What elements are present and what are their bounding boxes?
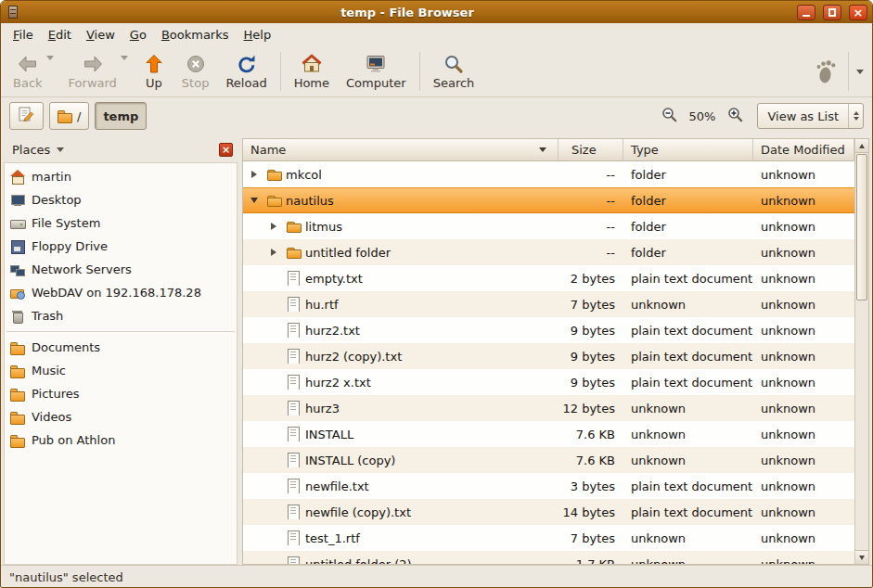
- sidebar-item-label: Documents: [32, 340, 100, 354]
- back-dropdown-arrow[interactable]: [46, 60, 55, 74]
- sidebar-item-label: Music: [32, 364, 66, 377]
- expander-icon[interactable]: [266, 245, 281, 260]
- places-selector-button[interactable]: Places: [6, 141, 71, 159]
- file-date-modified: unknown: [753, 272, 854, 286]
- file-name-cell: untitled folder (2): [243, 556, 558, 565]
- sidebar-item-music[interactable]: Music: [5, 359, 237, 382]
- sidebar-item-trash[interactable]: Trash: [5, 304, 237, 327]
- toolbar-overflow-button[interactable]: [854, 51, 867, 92]
- sidebar-item-martin[interactable]: martin: [5, 165, 237, 188]
- reload-button[interactable]: Reload: [217, 49, 275, 94]
- file-icon: [286, 349, 301, 364]
- column-header-size[interactable]: Size: [558, 139, 623, 161]
- file-row[interactable]: hurz2 x.txt9 bytesplain text documentunk…: [243, 369, 854, 395]
- file-row[interactable]: litmus--folderunknown: [243, 213, 854, 239]
- file-row[interactable]: empty.txt2 bytesplain text documentunkno…: [243, 265, 854, 291]
- gnome-throbber-icon: [814, 59, 838, 84]
- toggle-location-entry-button[interactable]: [9, 102, 44, 130]
- expander-icon[interactable]: [247, 167, 262, 182]
- file-name: INSTALL: [305, 428, 353, 441]
- file-size: 1.7 KB: [558, 557, 623, 566]
- folder-icon: [10, 340, 25, 355]
- vertical-scrollbar[interactable]: [854, 139, 868, 564]
- sidebar-item-network-servers[interactable]: Network Servers: [5, 258, 237, 281]
- titlebar[interactable]: temp - File Browser: [1, 1, 872, 23]
- menu-edit[interactable]: Edit: [41, 25, 79, 45]
- file-row[interactable]: newfile.txt3 bytesplain text documentunk…: [243, 473, 854, 499]
- menu-go[interactable]: Go: [122, 25, 154, 45]
- home-button[interactable]: Home: [286, 49, 338, 94]
- file-type: plain text document: [623, 324, 753, 338]
- file-row[interactable]: untitled folder--folderunknown: [243, 239, 854, 265]
- column-header-date-modified[interactable]: Date Modified: [753, 139, 854, 161]
- filesystem-icon: [10, 216, 25, 231]
- expander-spacer: [266, 453, 281, 467]
- sidebar-item-videos[interactable]: Videos: [5, 405, 237, 428]
- file-name: empty.txt: [305, 272, 363, 286]
- file-name-cell: nautilus: [243, 193, 558, 208]
- close-sidebar-button[interactable]: [219, 143, 233, 157]
- file-name: nautilus: [286, 194, 334, 208]
- file-row[interactable]: hu.rtf7 bytesunknownunknown: [243, 291, 854, 317]
- close-button[interactable]: [849, 5, 867, 20]
- search-button[interactable]: Search: [425, 49, 483, 94]
- column-label: Type: [631, 143, 659, 157]
- sidebar-item-floppy-drive[interactable]: Floppy Drive: [5, 235, 237, 258]
- maximize-button[interactable]: [823, 5, 841, 20]
- menu-view[interactable]: View: [79, 25, 122, 45]
- file-name: untitled folder (2): [305, 557, 412, 566]
- minimize-button[interactable]: [797, 5, 815, 20]
- column-header-type[interactable]: Type: [623, 139, 753, 161]
- file-row[interactable]: nautilus--folderunknown: [243, 187, 854, 213]
- file-name-cell: litmus: [243, 219, 558, 234]
- toolbar-button-label: Search: [433, 76, 475, 90]
- scroll-down-button[interactable]: [855, 550, 868, 564]
- file-row[interactable]: INSTALL7.6 KBunknownunknown: [243, 421, 854, 447]
- file-row[interactable]: untitled folder (2)1.7 KBunknownunknown: [243, 551, 854, 565]
- file-row[interactable]: newfile (copy).txt14 bytesplain text doc…: [243, 499, 854, 525]
- file-name-cell: INSTALL: [243, 427, 558, 441]
- file-type: plain text document: [623, 350, 753, 364]
- sidebar-item-label: File System: [32, 216, 100, 230]
- sidebar-item-documents[interactable]: Documents: [5, 336, 237, 359]
- file-date-modified: unknown: [753, 479, 854, 493]
- places-label: Places: [12, 143, 50, 157]
- file-row[interactable]: hurz2.txt9 bytesplain text documentunkno…: [243, 317, 854, 343]
- column-header-name[interactable]: Name: [243, 139, 558, 161]
- search-icon: [443, 52, 465, 75]
- computer-button[interactable]: Computer: [338, 49, 415, 94]
- sidebar-item-desktop[interactable]: Desktop: [5, 188, 237, 211]
- file-row[interactable]: hurz312 bytesunknownunknown: [243, 395, 854, 421]
- menu-bookmarks[interactable]: Bookmarks: [154, 25, 237, 45]
- scroll-up-button[interactable]: [855, 139, 868, 153]
- file-row[interactable]: mkcol--folderunknown: [243, 161, 854, 187]
- path-button-current[interactable]: temp: [95, 102, 147, 130]
- view-mode-combobox[interactable]: View as List: [757, 103, 864, 129]
- stop-button[interactable]: Stop: [173, 49, 218, 94]
- menu-file[interactable]: File: [6, 25, 41, 45]
- back-icon: [17, 52, 39, 75]
- up-button[interactable]: Up: [135, 49, 173, 94]
- sidebar-item-pictures[interactable]: Pictures: [5, 382, 237, 405]
- path-button-root[interactable]: /: [49, 102, 89, 130]
- back-button[interactable]: Back: [5, 49, 51, 94]
- file-size: --: [558, 194, 623, 208]
- zoom-out-button[interactable]: [659, 104, 681, 128]
- file-row[interactable]: test_1.rtf7 bytesunknownunknown: [243, 525, 854, 551]
- expander-icon[interactable]: [247, 193, 262, 208]
- menu-help[interactable]: Help: [237, 25, 279, 45]
- expander-icon[interactable]: [266, 219, 281, 234]
- file-name: mkcol: [286, 168, 322, 182]
- scroll-thumb[interactable]: [856, 154, 867, 300]
- toolbar-separator: [848, 52, 849, 91]
- sidebar-item-webdav-on-192-168-178-28[interactable]: WebDAV on 192.168.178.28: [5, 281, 237, 304]
- file-name-cell: newfile (copy).txt: [243, 505, 558, 519]
- forward-dropdown-arrow[interactable]: [121, 60, 129, 74]
- file-row[interactable]: INSTALL (copy)7.6 KBunknownunknown: [243, 447, 854, 473]
- file-date-modified: unknown: [753, 531, 854, 545]
- zoom-in-button[interactable]: [724, 104, 746, 128]
- sidebar-item-file-system[interactable]: File System: [5, 211, 237, 235]
- sidebar-item-pub-on-athlon[interactable]: Pub on Athlon: [5, 428, 237, 452]
- file-row[interactable]: hurz2 (copy).txt9 bytesplain text docume…: [243, 343, 854, 369]
- forward-button[interactable]: Forward: [60, 49, 125, 94]
